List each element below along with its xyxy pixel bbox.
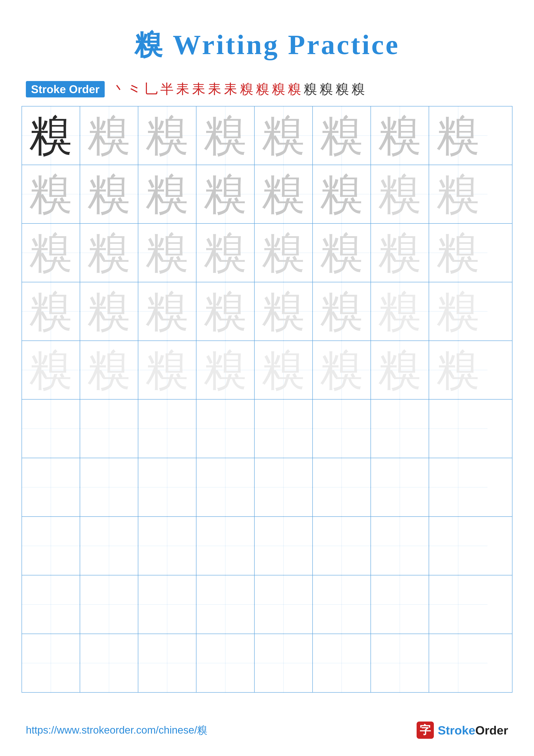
grid-cell-9-3[interactable] [138, 576, 196, 634]
grid-cell-8-7[interactable] [371, 517, 429, 575]
grid-cell-1-7[interactable]: 糗 [371, 106, 429, 165]
grid-cell-5-7[interactable]: 糗 [371, 341, 429, 399]
grid-cell-2-7[interactable]: 糗 [371, 165, 429, 223]
grid-cell-10-7[interactable] [371, 634, 429, 692]
grid-cell-6-1[interactable] [22, 399, 80, 458]
practice-char: 糗 [262, 173, 305, 216]
grid-cell-4-1[interactable]: 糗 [22, 282, 80, 340]
grid-cell-4-2[interactable]: 糗 [80, 282, 138, 340]
grid-cell-4-6[interactable]: 糗 [313, 282, 371, 340]
grid-cell-10-6[interactable] [313, 634, 371, 692]
grid-cell-1-5[interactable]: 糗 [255, 106, 313, 165]
grid-cell-6-4[interactable] [196, 399, 255, 458]
grid-cell-3-7[interactable]: 糗 [371, 224, 429, 282]
practice-char: 糗 [378, 348, 421, 392]
practice-char: 糗 [437, 114, 480, 157]
grid-cell-7-7[interactable] [371, 458, 429, 516]
grid-cell-3-1[interactable]: 糗 [22, 224, 80, 282]
grid-cell-8-1[interactable] [22, 517, 80, 575]
grid-cell-6-8[interactable] [429, 399, 487, 458]
grid-cell-9-5[interactable] [255, 576, 313, 634]
grid-cell-10-4[interactable] [196, 634, 255, 692]
grid-cell-9-8[interactable] [429, 576, 487, 634]
grid-cell-7-1[interactable] [22, 458, 80, 516]
grid-cell-4-8[interactable]: 糗 [429, 282, 487, 340]
practice-char: 糗 [88, 290, 131, 333]
grid-cell-5-3[interactable]: 糗 [138, 341, 196, 399]
grid-cell-4-5[interactable]: 糗 [255, 282, 313, 340]
grid-cell-2-5[interactable]: 糗 [255, 165, 313, 223]
grid-cell-6-2[interactable] [80, 399, 138, 458]
grid-cell-10-1[interactable] [22, 634, 80, 692]
grid-cell-3-4[interactable]: 糗 [196, 224, 255, 282]
grid-cell-9-7[interactable] [371, 576, 429, 634]
grid-cell-2-8[interactable]: 糗 [429, 165, 487, 223]
stroke-step-13: 糗 [304, 81, 317, 97]
practice-char: 糗 [29, 348, 72, 392]
grid-cell-2-2[interactable]: 糗 [80, 165, 138, 223]
grid-cell-5-8[interactable]: 糗 [429, 341, 487, 399]
stroke-step-8: 耒 [224, 81, 237, 97]
grid-cell-10-2[interactable] [80, 634, 138, 692]
grid-cell-7-2[interactable] [80, 458, 138, 516]
grid-cell-5-5[interactable]: 糗 [255, 341, 313, 399]
grid-cell-1-3[interactable]: 糗 [138, 106, 196, 165]
stroke-sequence: 丶 ⺀ ⺃ 半 耒 耒 耒 耒 糗 糗 糗 糗 糗 糗 糗 糗 [111, 81, 366, 97]
grid-cell-4-3[interactable]: 糗 [138, 282, 196, 340]
grid-cell-8-6[interactable] [313, 517, 371, 575]
grid-cell-1-1[interactable]: 糗 [22, 106, 80, 165]
grid-cell-10-8[interactable] [429, 634, 487, 692]
grid-cell-4-7[interactable]: 糗 [371, 282, 429, 340]
footer-url[interactable]: https://www.strokeorder.com/chinese/糗 [26, 723, 207, 737]
stroke-step-1: 丶 [113, 81, 126, 97]
grid-cell-3-5[interactable]: 糗 [255, 224, 313, 282]
practice-char: 糗 [262, 290, 305, 333]
grid-cell-7-4[interactable] [196, 458, 255, 516]
practice-char: 糗 [378, 290, 421, 333]
grid-cell-5-1[interactable]: 糗 [22, 341, 80, 399]
grid-cell-1-6[interactable]: 糗 [313, 106, 371, 165]
grid-cell-2-1[interactable]: 糗 [22, 165, 80, 223]
grid-cell-7-6[interactable] [313, 458, 371, 516]
grid-cell-7-3[interactable] [138, 458, 196, 516]
grid-cell-10-3[interactable] [138, 634, 196, 692]
grid-cell-3-8[interactable]: 糗 [429, 224, 487, 282]
grid-cell-3-6[interactable]: 糗 [313, 224, 371, 282]
grid-cell-6-3[interactable] [138, 399, 196, 458]
grid-cell-8-3[interactable] [138, 517, 196, 575]
grid-cell-2-4[interactable]: 糗 [196, 165, 255, 223]
grid-cell-1-8[interactable]: 糗 [429, 106, 487, 165]
stroke-step-2: ⺀ [128, 81, 142, 97]
grid-cell-8-5[interactable] [255, 517, 313, 575]
grid-cell-3-3[interactable]: 糗 [138, 224, 196, 282]
grid-cell-5-6[interactable]: 糗 [313, 341, 371, 399]
grid-cell-1-4[interactable]: 糗 [196, 106, 255, 165]
grid-cell-6-6[interactable] [313, 399, 371, 458]
practice-char: 糗 [262, 114, 305, 157]
grid-cell-9-4[interactable] [196, 576, 255, 634]
grid-cell-5-4[interactable]: 糗 [196, 341, 255, 399]
grid-cell-2-6[interactable]: 糗 [313, 165, 371, 223]
grid-cell-7-8[interactable] [429, 458, 487, 516]
grid-cell-8-4[interactable] [196, 517, 255, 575]
grid-cell-10-5[interactable] [255, 634, 313, 692]
practice-grid: 糗 糗 糗 糗 糗 糗 糗 糗 糗 糗 糗 [21, 106, 513, 693]
grid-cell-6-7[interactable] [371, 399, 429, 458]
grid-cell-5-2[interactable]: 糗 [80, 341, 138, 399]
practice-char: 糗 [146, 290, 189, 333]
grid-cell-8-2[interactable] [80, 517, 138, 575]
practice-char: 糗 [378, 231, 421, 274]
grid-row-7 [22, 458, 512, 517]
grid-cell-4-4[interactable]: 糗 [196, 282, 255, 340]
grid-cell-9-6[interactable] [313, 576, 371, 634]
grid-cell-1-2[interactable]: 糗 [80, 106, 138, 165]
grid-cell-3-2[interactable]: 糗 [80, 224, 138, 282]
grid-cell-6-5[interactable] [255, 399, 313, 458]
page-title: 糗 Writing Practice [0, 0, 534, 64]
grid-cell-7-5[interactable] [255, 458, 313, 516]
grid-cell-9-1[interactable] [22, 576, 80, 634]
grid-cell-9-2[interactable] [80, 576, 138, 634]
grid-cell-2-3[interactable]: 糗 [138, 165, 196, 223]
practice-char: 糗 [88, 114, 131, 157]
grid-cell-8-8[interactable] [429, 517, 487, 575]
